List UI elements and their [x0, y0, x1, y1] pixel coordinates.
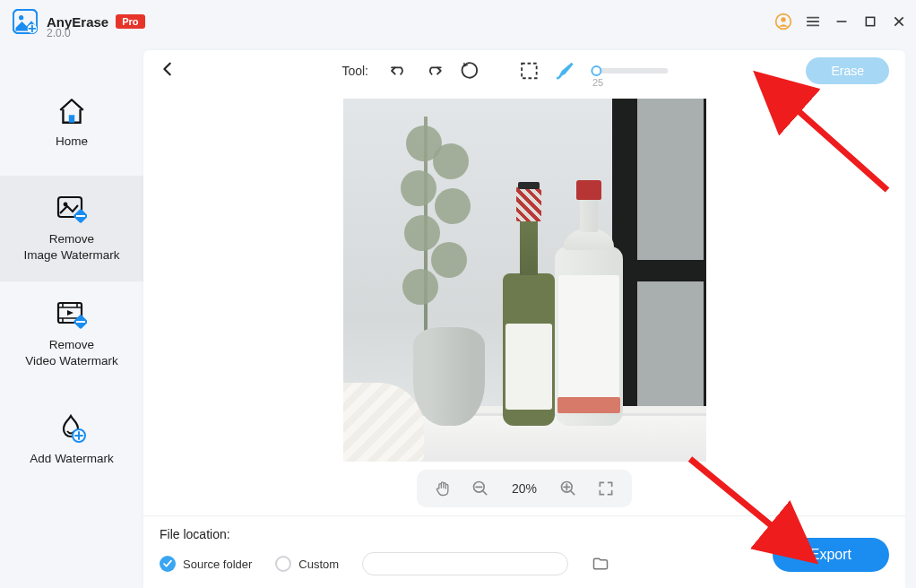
- reset-icon[interactable]: [460, 61, 480, 81]
- redo-icon[interactable]: [424, 61, 444, 81]
- brush-size-slider[interactable]: 25: [591, 68, 668, 74]
- brush-size-value: 25: [592, 77, 603, 88]
- export-button[interactable]: Export: [773, 538, 889, 572]
- erase-button[interactable]: Erase: [806, 57, 889, 84]
- sidebar-item-label: RemoveImage Watermark: [17, 231, 127, 264]
- app-logo-icon: [13, 9, 38, 34]
- svg-point-4: [781, 17, 785, 22]
- sidebar-item-home[interactable]: Home: [0, 70, 143, 176]
- pan-hand-icon[interactable]: [433, 479, 453, 498]
- pro-badge: Pro: [116, 14, 144, 29]
- sidebar-item-label: RemoveVideo Watermark: [18, 337, 125, 369]
- main-panel: Tool:: [143, 50, 905, 588]
- close-icon[interactable]: [891, 13, 907, 30]
- zoom-bar: 20%: [417, 470, 632, 507]
- menu-icon[interactable]: [805, 13, 821, 30]
- add-watermark-icon: [56, 413, 87, 444]
- brush-tool-icon[interactable]: [555, 61, 575, 81]
- browse-folder-icon[interactable]: [592, 555, 609, 573]
- minimize-icon[interactable]: [834, 13, 850, 30]
- sidebar-item-remove-image-watermark[interactable]: RemoveImage Watermark: [0, 176, 143, 281]
- radio-custom[interactable]: Custom: [275, 556, 339, 572]
- tool-label: Tool:: [341, 64, 368, 78]
- marquee-select-icon[interactable]: [519, 61, 539, 81]
- file-location-label: File location:: [160, 527, 889, 541]
- remove-video-watermark-icon: [56, 299, 87, 330]
- workspace-image[interactable]: [343, 99, 706, 462]
- canvas-area[interactable]: [143, 91, 905, 515]
- custom-path-input[interactable]: [362, 552, 568, 575]
- radio-checked-icon: [160, 556, 176, 572]
- remove-image-watermark-icon: [56, 194, 87, 224]
- sidebar-item-label: Add Watermark: [22, 451, 120, 467]
- radio-source-folder[interactable]: Source folder: [160, 556, 252, 572]
- svg-rect-6: [69, 115, 74, 123]
- sidebar-item-label: Home: [48, 134, 95, 150]
- profile-icon[interactable]: [774, 13, 792, 30]
- maximize-icon[interactable]: [862, 13, 878, 30]
- radio-source-label: Source folder: [183, 558, 252, 571]
- radio-unchecked-icon: [275, 556, 291, 572]
- back-button[interactable]: [160, 61, 176, 82]
- svg-rect-5: [866, 17, 874, 25]
- sidebar: Home RemoveImage Watermark RemoveVideo W…: [0, 43, 143, 588]
- erase-button-label: Erase: [831, 64, 864, 78]
- undo-icon[interactable]: [388, 61, 408, 81]
- export-button-label: Export: [810, 547, 851, 562]
- svg-point-1: [19, 15, 23, 20]
- svg-rect-13: [522, 64, 537, 79]
- sidebar-item-remove-video-watermark[interactable]: RemoveVideo Watermark: [0, 281, 143, 387]
- sidebar-item-add-watermark[interactable]: Add Watermark: [0, 387, 143, 493]
- zoom-percent: 20%: [508, 481, 540, 496]
- footer: File location: Source folder Custom: [143, 515, 905, 588]
- app-version: 2.0.0: [47, 27, 71, 39]
- titlebar: AnyErase Pro 2.0.0: [0, 0, 916, 43]
- fullscreen-icon[interactable]: [596, 479, 616, 498]
- radio-custom-label: Custom: [298, 558, 339, 571]
- toolbar: Tool:: [143, 50, 905, 91]
- zoom-out-icon[interactable]: [471, 479, 490, 498]
- zoom-in-icon[interactable]: [558, 479, 578, 498]
- home-icon: [56, 96, 87, 126]
